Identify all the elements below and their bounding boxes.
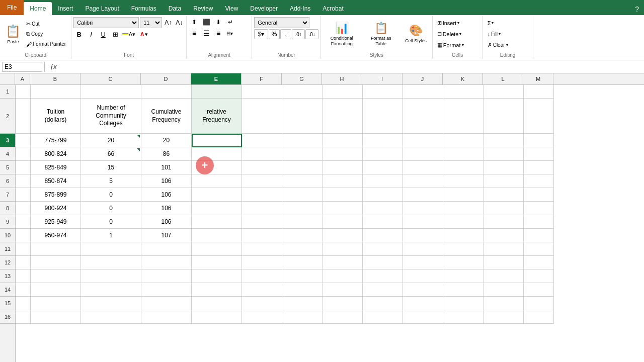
- cell-l9[interactable]: [484, 215, 524, 229]
- cell-e15[interactable]: [192, 297, 242, 310]
- cell-f6[interactable]: [242, 174, 282, 188]
- cell-g12[interactable]: [282, 256, 323, 269]
- cell-i5[interactable]: [363, 161, 403, 174]
- fill-color-button[interactable]: A▾: [122, 29, 136, 39]
- cell-a16[interactable]: [16, 310, 31, 324]
- cell-k5[interactable]: [443, 161, 484, 174]
- cell-f3[interactable]: [242, 134, 282, 147]
- align-left-button[interactable]: ≡: [189, 28, 200, 38]
- cell-m14[interactable]: [524, 283, 554, 297]
- cell-c15[interactable]: [81, 297, 141, 310]
- increase-decimal-button[interactable]: .0↑: [292, 29, 305, 39]
- tab-insert[interactable]: Insert: [52, 2, 79, 15]
- col-header-i[interactable]: I: [362, 73, 403, 84]
- cell-b16[interactable]: [31, 310, 81, 324]
- cell-c10[interactable]: 1: [81, 229, 141, 242]
- cell-h1[interactable]: [323, 85, 363, 99]
- decrease-font-button[interactable]: A↓: [174, 18, 184, 28]
- cell-i6[interactable]: [363, 174, 403, 188]
- cell-m9[interactable]: [524, 215, 554, 229]
- align-center-button[interactable]: ☰: [201, 28, 212, 38]
- cell-k10[interactable]: [443, 229, 484, 242]
- delete-button[interactable]: ⊟ Delete ▾: [435, 29, 480, 39]
- cell-k9[interactable]: [443, 215, 484, 229]
- col-header-k[interactable]: K: [443, 73, 483, 84]
- row-header-10[interactable]: 10: [0, 229, 15, 242]
- cell-i3[interactable]: [363, 134, 403, 147]
- cell-m4[interactable]: [524, 147, 554, 161]
- cell-h6[interactable]: [323, 174, 363, 188]
- cell-c14[interactable]: [81, 283, 141, 297]
- cell-l3[interactable]: [484, 134, 524, 147]
- cell-j7[interactable]: [403, 188, 443, 202]
- cell-h16[interactable]: [323, 310, 363, 324]
- cell-a13[interactable]: [16, 269, 31, 283]
- row-header-12[interactable]: 12: [0, 256, 15, 269]
- cell-c11[interactable]: [81, 242, 141, 256]
- cell-j15[interactable]: [403, 297, 443, 310]
- cell-g16[interactable]: [282, 310, 323, 324]
- tab-home[interactable]: Home: [24, 2, 52, 15]
- cell-e2[interactable]: relativeFrequency: [192, 99, 242, 134]
- cell-k13[interactable]: [443, 269, 484, 283]
- cell-g1[interactable]: [282, 85, 323, 99]
- cell-a5[interactable]: [16, 161, 31, 174]
- row-header-7[interactable]: 7: [0, 188, 15, 202]
- cell-f5[interactable]: [242, 161, 282, 174]
- row-header-2[interactable]: 2: [0, 99, 15, 134]
- cell-m13[interactable]: [524, 269, 554, 283]
- cell-f9[interactable]: [242, 215, 282, 229]
- cell-l4[interactable]: [484, 147, 524, 161]
- cell-b12[interactable]: [31, 256, 81, 269]
- cell-j14[interactable]: [403, 283, 443, 297]
- cell-g10[interactable]: [282, 229, 323, 242]
- cell-e7[interactable]: [192, 188, 242, 202]
- cell-g6[interactable]: [282, 174, 323, 188]
- cell-b1[interactable]: [31, 85, 81, 99]
- cell-m2[interactable]: [524, 99, 554, 134]
- col-header-a[interactable]: A: [15, 73, 30, 84]
- cell-a12[interactable]: [16, 256, 31, 269]
- cell-k3[interactable]: [443, 134, 484, 147]
- col-header-j[interactable]: J: [403, 73, 443, 84]
- cell-k4[interactable]: [443, 147, 484, 161]
- cell-j5[interactable]: [403, 161, 443, 174]
- cell-a10[interactable]: [16, 229, 31, 242]
- cell-g3[interactable]: [282, 134, 323, 147]
- cell-m1[interactable]: [524, 85, 554, 99]
- cell-d12[interactable]: [141, 256, 192, 269]
- cell-h3[interactable]: [323, 134, 363, 147]
- cell-e6[interactable]: [192, 174, 242, 188]
- cell-l11[interactable]: [484, 242, 524, 256]
- cell-e13[interactable]: [192, 269, 242, 283]
- tab-review[interactable]: Review: [187, 2, 219, 15]
- cell-l16[interactable]: [484, 310, 524, 324]
- format-painter-button[interactable]: 🖌Format Painter: [24, 39, 68, 49]
- cell-c7[interactable]: 0: [81, 188, 141, 202]
- cell-m15[interactable]: [524, 297, 554, 310]
- cell-b11[interactable]: [31, 242, 81, 256]
- cell-h2[interactable]: [323, 99, 363, 134]
- cell-b4[interactable]: 800-824: [31, 147, 81, 161]
- cell-l13[interactable]: [484, 269, 524, 283]
- cell-e14[interactable]: [192, 283, 242, 297]
- cell-b14[interactable]: [31, 283, 81, 297]
- cell-j4[interactable]: [403, 147, 443, 161]
- cell-b8[interactable]: 900-924: [31, 202, 81, 215]
- cell-i1[interactable]: [363, 85, 403, 99]
- tab-page-layout[interactable]: Page Layout: [79, 2, 125, 15]
- row-header-13[interactable]: 13: [0, 269, 15, 283]
- cell-d7[interactable]: 106: [141, 188, 192, 202]
- cell-d9[interactable]: 106: [141, 215, 192, 229]
- cell-i9[interactable]: [363, 215, 403, 229]
- cell-k2[interactable]: [443, 99, 484, 134]
- cell-k8[interactable]: [443, 202, 484, 215]
- cell-f13[interactable]: [242, 269, 282, 283]
- cell-d10[interactable]: 107: [141, 229, 192, 242]
- tab-acrobat[interactable]: Acrobat: [316, 2, 349, 15]
- align-middle-button[interactable]: ⬛: [201, 17, 212, 27]
- cell-c4[interactable]: 66: [81, 147, 141, 161]
- file-tab[interactable]: File: [0, 0, 24, 15]
- cell-f8[interactable]: [242, 202, 282, 215]
- cell-j2[interactable]: [403, 99, 443, 134]
